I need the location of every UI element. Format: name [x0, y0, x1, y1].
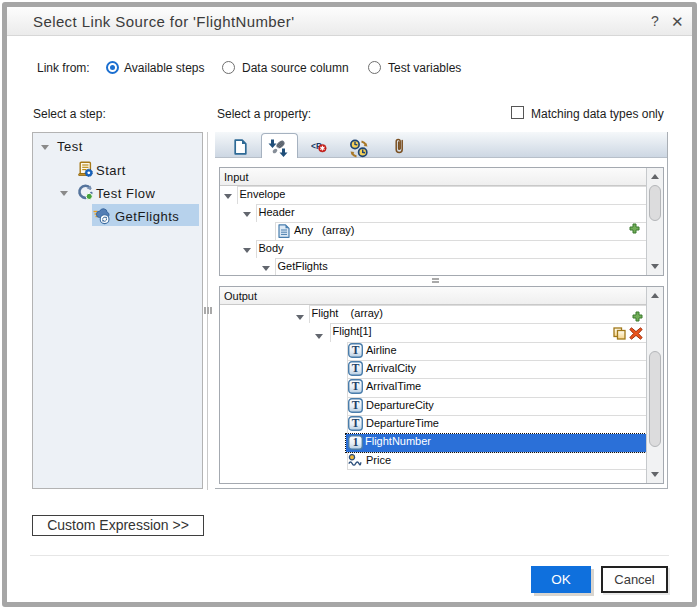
svg-text:T: T: [352, 362, 360, 374]
svg-text:T: T: [352, 344, 360, 356]
svg-text:T: T: [352, 399, 360, 411]
svg-text:T: T: [352, 380, 360, 392]
svg-text:1: 1: [353, 436, 359, 448]
svg-text:T: T: [352, 417, 360, 429]
